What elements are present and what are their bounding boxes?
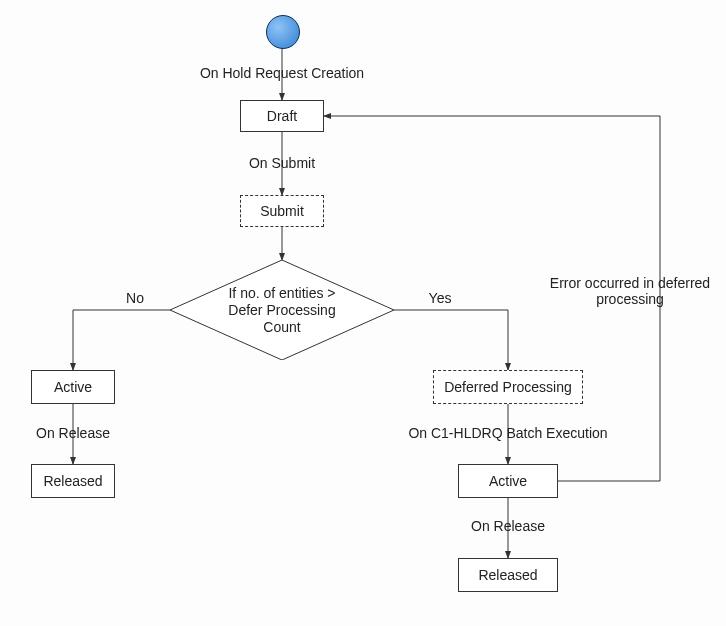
edge-label-error: Error occurred in deferred processing [530, 275, 726, 307]
active-right-node: Active [458, 464, 558, 498]
decision-text-2: Defer Processing [228, 302, 335, 318]
decision-node: If no. of entities > Defer Processing Co… [170, 260, 394, 360]
active-left-node: Active [31, 370, 115, 404]
draft-node: Draft [240, 100, 324, 132]
error-text-2: processing [596, 291, 664, 307]
decision-text-1: If no. of entities > [228, 285, 335, 301]
released-left-node: Released [31, 464, 115, 498]
start-node [266, 15, 300, 49]
error-text-1: Error occurred in deferred [550, 275, 710, 291]
edge-label-creation: On Hold Request Creation [192, 65, 372, 81]
deferred-node: Deferred Processing [433, 370, 583, 404]
released-right-node: Released [458, 558, 558, 592]
edge-label-batch: On C1-HLDRQ Batch Execution [408, 425, 608, 441]
submit-node: Submit [240, 195, 324, 227]
edge-label-release-left: On Release [33, 425, 113, 441]
decision-text-3: Count [263, 318, 300, 334]
edge-label-release-right: On Release [468, 518, 548, 534]
edge-label-no: No [115, 290, 155, 306]
edge-label-yes: Yes [420, 290, 460, 306]
edge-label-submit: On Submit [242, 155, 322, 171]
